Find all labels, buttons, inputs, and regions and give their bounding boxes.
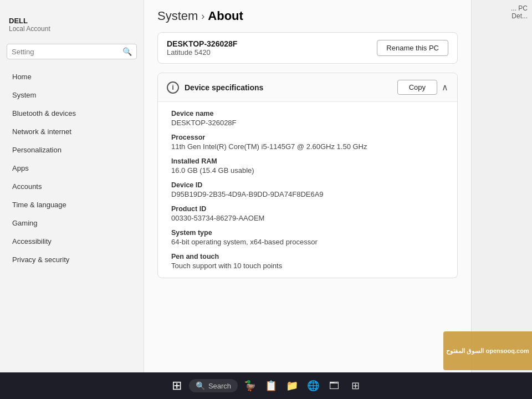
breadcrumb: System › About xyxy=(144,0,471,28)
breadcrumb-system: System xyxy=(157,9,198,23)
specs-header-left: i Device specifications xyxy=(167,81,263,94)
right-panel: ... PC Det... xyxy=(471,0,532,372)
sidebar-nav: Home System Bluetooth & devices Network … xyxy=(0,68,144,268)
specs-body: Device name DESKTOP-326028F Processor 11… xyxy=(158,102,457,278)
user-name: DELL xyxy=(9,17,135,25)
search-input[interactable] xyxy=(12,48,122,56)
sidebar-item-system[interactable]: System xyxy=(3,86,140,104)
spec-value-device-name: DESKTOP-326028F xyxy=(171,119,444,127)
device-card-info: DESKTOP-326028F Latitude 5420 xyxy=(167,39,237,57)
taskbar-center: ⊞ 🔍 Search 🦆 📋 📁 🌐 🗔 ⊞ xyxy=(168,377,364,395)
taskbar-icon-store[interactable]: ⊞ xyxy=(346,377,364,395)
spec-label-pen-touch: Pen and touch xyxy=(171,253,444,260)
chevron-up-icon[interactable]: ∧ xyxy=(442,82,448,93)
right-panel-pc-label: ... PC xyxy=(511,4,528,12)
windows-logo-icon: ⊞ xyxy=(172,378,182,393)
search-icon: 🔍 xyxy=(122,47,132,56)
watermark: السوق المفتوح opensooq.com xyxy=(443,331,532,370)
sidebar-item-time-language[interactable]: Time & language xyxy=(3,196,140,213)
sidebar-item-personalization[interactable]: Personalization xyxy=(3,141,140,158)
sidebar-item-network[interactable]: Network & internet xyxy=(3,123,140,140)
spec-label-device-id: Device ID xyxy=(171,181,444,189)
taskbar-search-icon: 🔍 xyxy=(196,381,205,390)
watermark-text: السوق المفتوح opensooq.com xyxy=(444,345,531,357)
breadcrumb-arrow: › xyxy=(201,11,204,22)
device-name-card: DESKTOP-326028F Latitude 5420 Rename thi… xyxy=(157,32,458,64)
user-account-type: Local Account xyxy=(9,25,135,33)
device-specs-section: i Device specifications Copy ∧ Device na… xyxy=(157,73,458,278)
specs-title: Device specifications xyxy=(185,83,263,92)
specs-header-right: Copy ∧ xyxy=(397,80,448,95)
start-button[interactable]: ⊞ xyxy=(168,377,186,395)
spec-value-product-id: 00330-53734-86279-AAOEM xyxy=(171,214,444,222)
right-panel-detail-label: Det... xyxy=(511,12,528,20)
taskbar-icon-folder[interactable]: 📁 xyxy=(283,377,301,395)
info-icon: i xyxy=(167,81,179,94)
main-content: System › About DESKTOP-326028F Latitude … xyxy=(144,0,471,372)
copy-button[interactable]: Copy xyxy=(397,80,437,95)
sidebar: DELL Local Account 🔍 Home System Bluetoo… xyxy=(0,0,144,372)
spec-value-processor: 11th Gen Intel(R) Core(TM) i5-1145G7 @ 2… xyxy=(171,142,444,151)
spec-value-ram: 16.0 GB (15.4 GB usable) xyxy=(171,166,444,175)
spec-label-system-type: System type xyxy=(171,229,444,237)
sidebar-item-privacy[interactable]: Privacy & security xyxy=(3,251,140,268)
sidebar-item-apps[interactable]: Apps xyxy=(3,160,140,177)
spec-row-device-id: Device ID D95B19D9-2B35-4D9A-B9DD-9DA74F… xyxy=(158,178,457,202)
taskbar: ⊞ 🔍 Search 🦆 📋 📁 🌐 🗔 ⊞ السوق المفتوح ope… xyxy=(0,372,532,399)
settings-search-box[interactable]: 🔍 xyxy=(7,44,137,59)
spec-row-system-type: System type 64-bit operating system, x64… xyxy=(158,226,457,249)
taskbar-search-text: Search xyxy=(208,382,231,390)
rename-pc-button[interactable]: Rename this PC xyxy=(377,40,448,56)
taskbar-search-box[interactable]: 🔍 Search xyxy=(189,379,238,392)
sidebar-item-bluetooth[interactable]: Bluetooth & devices xyxy=(3,105,140,122)
sidebar-item-gaming[interactable]: Gaming xyxy=(3,214,140,232)
sidebar-item-accounts[interactable]: Accounts xyxy=(3,178,140,195)
spec-label-device-name: Device name xyxy=(171,110,444,117)
taskbar-icon-browser[interactable]: 🌐 xyxy=(304,377,322,395)
spec-row-device-name: Device name DESKTOP-326028F xyxy=(158,106,457,130)
spec-label-processor: Processor xyxy=(171,134,444,141)
spec-row-processor: Processor 11th Gen Intel(R) Core(TM) i5-… xyxy=(158,130,457,154)
spec-row-product-id: Product ID 00330-53734-86279-AAOEM xyxy=(158,202,457,226)
sidebar-user: DELL Local Account xyxy=(0,11,144,44)
spec-label-ram: Installed RAM xyxy=(171,157,444,165)
sidebar-item-home[interactable]: Home xyxy=(3,68,140,85)
taskbar-icon-duck[interactable]: 🦆 xyxy=(241,377,259,395)
taskbar-icon-files[interactable]: 📋 xyxy=(262,377,280,395)
spec-row-ram: Installed RAM 16.0 GB (15.4 GB usable) xyxy=(158,154,457,178)
sidebar-item-accessibility[interactable]: Accessibility xyxy=(3,233,140,250)
device-hostname: DESKTOP-326028F xyxy=(167,39,237,48)
spec-value-pen-touch: Touch support with 10 touch points xyxy=(171,262,444,270)
specs-header: i Device specifications Copy ∧ xyxy=(158,73,457,102)
spec-value-device-id: D95B19D9-2B35-4D9A-B9DD-9DA74F8DE6A9 xyxy=(171,190,444,198)
spec-label-product-id: Product ID xyxy=(171,205,444,213)
spec-value-system-type: 64-bit operating system, x64-based proce… xyxy=(171,238,444,246)
breadcrumb-about: About xyxy=(208,9,243,23)
taskbar-icon-window[interactable]: 🗔 xyxy=(325,377,343,395)
device-model: Latitude 5420 xyxy=(167,48,237,57)
spec-row-pen-touch: Pen and touch Touch support with 10 touc… xyxy=(158,249,457,273)
